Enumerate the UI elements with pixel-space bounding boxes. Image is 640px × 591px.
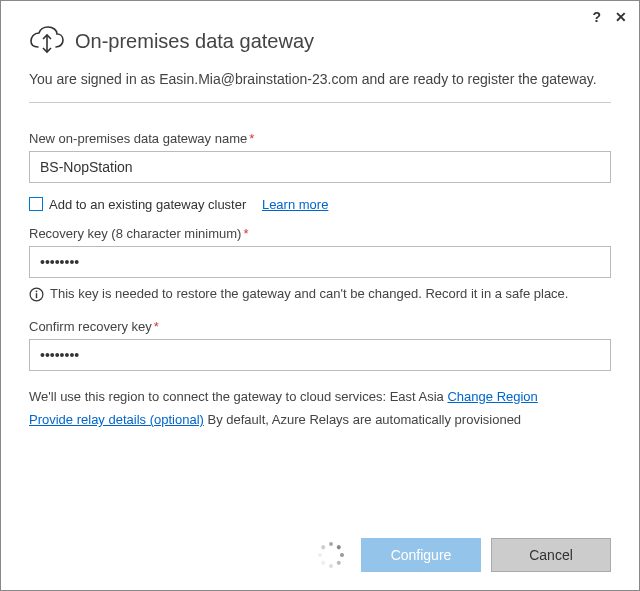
relay-suffix-text: By default, Azure Relays are automatical… [204,412,521,427]
configure-button[interactable]: Configure [361,538,481,572]
recovery-key-input[interactable] [29,246,611,278]
gateway-name-input[interactable] [29,151,611,183]
svg-point-2 [36,290,38,292]
relay-details-link[interactable]: Provide relay details (optional) [29,412,204,427]
gateway-name-label: New on-premises data gateway name* [29,131,611,146]
cancel-button[interactable]: Cancel [491,538,611,572]
region-prefix-text: We'll use this region to connect the gat… [29,389,390,404]
add-to-cluster-checkbox[interactable] [29,197,43,211]
page-title: On-premises data gateway [75,30,314,53]
add-to-cluster-label: Add to an existing gateway cluster [49,197,246,212]
recovery-key-info-text: This key is needed to restore the gatewa… [50,286,568,301]
confirm-recovery-key-input[interactable] [29,339,611,371]
help-icon[interactable]: ? [592,9,601,25]
cloud-upload-icon [29,25,65,58]
loading-spinner-icon [317,541,345,569]
signed-in-status: You are signed in as Easin.Mia@brainstat… [29,70,611,103]
info-icon [29,287,44,305]
recovery-key-label: Recovery key (8 character minimum)* [29,226,611,241]
region-value: East Asia [390,389,444,404]
close-icon[interactable]: ✕ [615,9,627,25]
svg-rect-3 [36,293,37,298]
confirm-recovery-key-label: Confirm recovery key* [29,319,611,334]
learn-more-link[interactable]: Learn more [262,197,328,212]
change-region-link[interactable]: Change Region [447,389,537,404]
